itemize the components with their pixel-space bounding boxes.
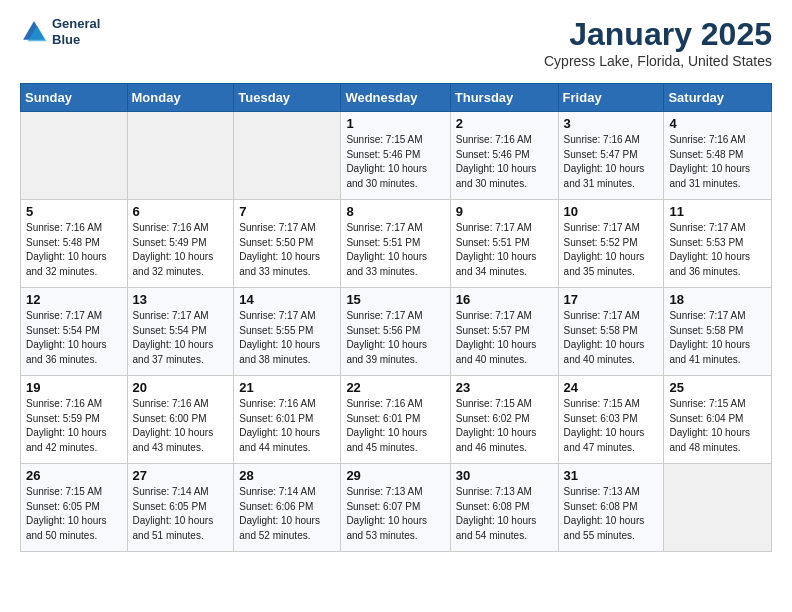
calendar-cell: 14Sunrise: 7:17 AM Sunset: 5:55 PM Dayli…	[234, 288, 341, 376]
day-number: 2	[456, 116, 553, 131]
day-info: Sunrise: 7:14 AM Sunset: 6:05 PM Dayligh…	[133, 485, 229, 543]
calendar-cell: 7Sunrise: 7:17 AM Sunset: 5:50 PM Daylig…	[234, 200, 341, 288]
weekday-header-thursday: Thursday	[450, 84, 558, 112]
day-number: 30	[456, 468, 553, 483]
calendar-week-2: 5Sunrise: 7:16 AM Sunset: 5:48 PM Daylig…	[21, 200, 772, 288]
month-title: January 2025	[544, 16, 772, 53]
header: General Blue January 2025 Cypress Lake, …	[20, 16, 772, 69]
day-info: Sunrise: 7:17 AM Sunset: 5:58 PM Dayligh…	[564, 309, 659, 367]
calendar-cell: 25Sunrise: 7:15 AM Sunset: 6:04 PM Dayli…	[664, 376, 772, 464]
calendar-cell: 23Sunrise: 7:15 AM Sunset: 6:02 PM Dayli…	[450, 376, 558, 464]
calendar-cell: 4Sunrise: 7:16 AM Sunset: 5:48 PM Daylig…	[664, 112, 772, 200]
logo: General Blue	[20, 16, 100, 47]
day-info: Sunrise: 7:15 AM Sunset: 5:46 PM Dayligh…	[346, 133, 444, 191]
day-info: Sunrise: 7:13 AM Sunset: 6:08 PM Dayligh…	[564, 485, 659, 543]
day-number: 31	[564, 468, 659, 483]
day-info: Sunrise: 7:17 AM Sunset: 5:57 PM Dayligh…	[456, 309, 553, 367]
day-info: Sunrise: 7:16 AM Sunset: 6:01 PM Dayligh…	[239, 397, 335, 455]
day-number: 4	[669, 116, 766, 131]
day-info: Sunrise: 7:16 AM Sunset: 6:01 PM Dayligh…	[346, 397, 444, 455]
calendar-cell: 28Sunrise: 7:14 AM Sunset: 6:06 PM Dayli…	[234, 464, 341, 552]
day-number: 15	[346, 292, 444, 307]
day-info: Sunrise: 7:15 AM Sunset: 6:04 PM Dayligh…	[669, 397, 766, 455]
day-info: Sunrise: 7:13 AM Sunset: 6:07 PM Dayligh…	[346, 485, 444, 543]
calendar-cell: 6Sunrise: 7:16 AM Sunset: 5:49 PM Daylig…	[127, 200, 234, 288]
calendar-cell: 10Sunrise: 7:17 AM Sunset: 5:52 PM Dayli…	[558, 200, 664, 288]
calendar-cell: 19Sunrise: 7:16 AM Sunset: 5:59 PM Dayli…	[21, 376, 128, 464]
day-number: 12	[26, 292, 122, 307]
day-info: Sunrise: 7:17 AM Sunset: 5:58 PM Dayligh…	[669, 309, 766, 367]
calendar-cell: 13Sunrise: 7:17 AM Sunset: 5:54 PM Dayli…	[127, 288, 234, 376]
day-number: 25	[669, 380, 766, 395]
day-number: 21	[239, 380, 335, 395]
calendar-cell: 12Sunrise: 7:17 AM Sunset: 5:54 PM Dayli…	[21, 288, 128, 376]
calendar-cell: 30Sunrise: 7:13 AM Sunset: 6:08 PM Dayli…	[450, 464, 558, 552]
calendar-cell: 15Sunrise: 7:17 AM Sunset: 5:56 PM Dayli…	[341, 288, 450, 376]
day-number: 18	[669, 292, 766, 307]
day-info: Sunrise: 7:17 AM Sunset: 5:56 PM Dayligh…	[346, 309, 444, 367]
calendar-cell: 3Sunrise: 7:16 AM Sunset: 5:47 PM Daylig…	[558, 112, 664, 200]
day-number: 22	[346, 380, 444, 395]
calendar-week-1: 1Sunrise: 7:15 AM Sunset: 5:46 PM Daylig…	[21, 112, 772, 200]
day-info: Sunrise: 7:17 AM Sunset: 5:51 PM Dayligh…	[346, 221, 444, 279]
calendar-cell: 11Sunrise: 7:17 AM Sunset: 5:53 PM Dayli…	[664, 200, 772, 288]
calendar-cell: 22Sunrise: 7:16 AM Sunset: 6:01 PM Dayli…	[341, 376, 450, 464]
day-number: 10	[564, 204, 659, 219]
day-number: 1	[346, 116, 444, 131]
weekday-header-saturday: Saturday	[664, 84, 772, 112]
day-info: Sunrise: 7:17 AM Sunset: 5:54 PM Dayligh…	[133, 309, 229, 367]
calendar-cell: 1Sunrise: 7:15 AM Sunset: 5:46 PM Daylig…	[341, 112, 450, 200]
location: Cypress Lake, Florida, United States	[544, 53, 772, 69]
day-info: Sunrise: 7:17 AM Sunset: 5:52 PM Dayligh…	[564, 221, 659, 279]
day-info: Sunrise: 7:14 AM Sunset: 6:06 PM Dayligh…	[239, 485, 335, 543]
calendar-cell: 8Sunrise: 7:17 AM Sunset: 5:51 PM Daylig…	[341, 200, 450, 288]
calendar-week-5: 26Sunrise: 7:15 AM Sunset: 6:05 PM Dayli…	[21, 464, 772, 552]
calendar-cell: 18Sunrise: 7:17 AM Sunset: 5:58 PM Dayli…	[664, 288, 772, 376]
day-number: 6	[133, 204, 229, 219]
day-info: Sunrise: 7:16 AM Sunset: 6:00 PM Dayligh…	[133, 397, 229, 455]
calendar-cell: 5Sunrise: 7:16 AM Sunset: 5:48 PM Daylig…	[21, 200, 128, 288]
day-number: 24	[564, 380, 659, 395]
logo-icon	[20, 18, 48, 46]
weekday-header-sunday: Sunday	[21, 84, 128, 112]
day-number: 13	[133, 292, 229, 307]
calendar-cell: 20Sunrise: 7:16 AM Sunset: 6:00 PM Dayli…	[127, 376, 234, 464]
weekday-header-tuesday: Tuesday	[234, 84, 341, 112]
day-number: 14	[239, 292, 335, 307]
day-info: Sunrise: 7:16 AM Sunset: 5:59 PM Dayligh…	[26, 397, 122, 455]
day-info: Sunrise: 7:17 AM Sunset: 5:51 PM Dayligh…	[456, 221, 553, 279]
calendar-cell	[234, 112, 341, 200]
day-info: Sunrise: 7:16 AM Sunset: 5:47 PM Dayligh…	[564, 133, 659, 191]
day-info: Sunrise: 7:16 AM Sunset: 5:46 PM Dayligh…	[456, 133, 553, 191]
calendar-cell: 2Sunrise: 7:16 AM Sunset: 5:46 PM Daylig…	[450, 112, 558, 200]
day-info: Sunrise: 7:16 AM Sunset: 5:49 PM Dayligh…	[133, 221, 229, 279]
day-info: Sunrise: 7:17 AM Sunset: 5:53 PM Dayligh…	[669, 221, 766, 279]
calendar-cell	[127, 112, 234, 200]
day-number: 17	[564, 292, 659, 307]
day-info: Sunrise: 7:15 AM Sunset: 6:05 PM Dayligh…	[26, 485, 122, 543]
day-info: Sunrise: 7:16 AM Sunset: 5:48 PM Dayligh…	[26, 221, 122, 279]
day-number: 7	[239, 204, 335, 219]
day-number: 16	[456, 292, 553, 307]
calendar-header-row: SundayMondayTuesdayWednesdayThursdayFrid…	[21, 84, 772, 112]
day-info: Sunrise: 7:17 AM Sunset: 5:50 PM Dayligh…	[239, 221, 335, 279]
day-number: 26	[26, 468, 122, 483]
weekday-header-wednesday: Wednesday	[341, 84, 450, 112]
weekday-header-monday: Monday	[127, 84, 234, 112]
page: General Blue January 2025 Cypress Lake, …	[0, 0, 792, 568]
day-number: 23	[456, 380, 553, 395]
logo-text: General Blue	[52, 16, 100, 47]
calendar-cell: 17Sunrise: 7:17 AM Sunset: 5:58 PM Dayli…	[558, 288, 664, 376]
calendar-cell: 9Sunrise: 7:17 AM Sunset: 5:51 PM Daylig…	[450, 200, 558, 288]
calendar-cell	[21, 112, 128, 200]
day-number: 9	[456, 204, 553, 219]
day-number: 5	[26, 204, 122, 219]
day-info: Sunrise: 7:15 AM Sunset: 6:02 PM Dayligh…	[456, 397, 553, 455]
calendar-week-3: 12Sunrise: 7:17 AM Sunset: 5:54 PM Dayli…	[21, 288, 772, 376]
day-number: 11	[669, 204, 766, 219]
day-number: 8	[346, 204, 444, 219]
calendar-table: SundayMondayTuesdayWednesdayThursdayFrid…	[20, 83, 772, 552]
day-number: 3	[564, 116, 659, 131]
day-number: 20	[133, 380, 229, 395]
calendar-cell: 26Sunrise: 7:15 AM Sunset: 6:05 PM Dayli…	[21, 464, 128, 552]
